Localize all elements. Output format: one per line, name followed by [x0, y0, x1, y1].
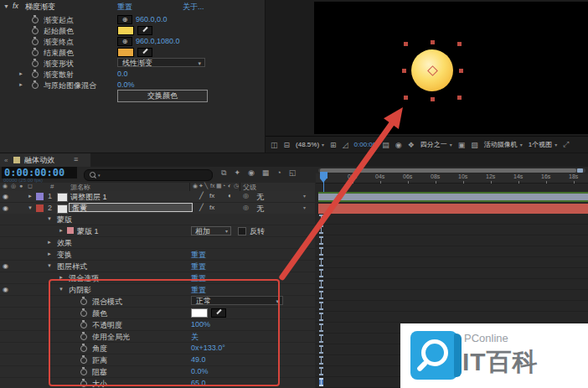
twirl-right-icon[interactable]: ►	[18, 82, 23, 87]
stopwatch-icon[interactable]	[32, 71, 39, 78]
composition-tab[interactable]: « 融体动效 ≡	[0, 153, 90, 167]
camera-select[interactable]: 活动摄像机	[484, 140, 518, 149]
magnification-select[interactable]: (48.5%)	[296, 141, 319, 148]
shy-icon[interactable]: ◉	[193, 183, 198, 189]
region-of-interest-icon[interactable]: ▣	[458, 141, 466, 149]
solo-icon[interactable]: ●	[19, 183, 23, 189]
time-navigator-end-handle[interactable]	[577, 168, 583, 173]
mask-mode-select[interactable]: 相加▾	[191, 226, 231, 235]
stopwatch-icon[interactable]	[32, 39, 39, 45]
reset-link[interactable]: 重置	[191, 261, 206, 272]
video-eye-icon[interactable]: ◉	[3, 204, 8, 212]
twirl-icon[interactable]: ►	[47, 251, 52, 256]
time-marker[interactable]	[319, 236, 323, 245]
video-eye-icon[interactable]: ◉	[3, 193, 8, 200]
color-swatch[interactable]	[117, 26, 134, 35]
tab-back-icon[interactable]: «	[4, 157, 8, 164]
ramp-shape-select[interactable]: 线性渐变▾	[117, 58, 205, 67]
fx-badge[interactable]: fx	[209, 192, 214, 199]
selected-shape[interactable]	[397, 35, 467, 106]
reset-link[interactable]: 重置	[191, 250, 206, 261]
quality-icon[interactable]: ╱	[199, 192, 204, 199]
time-marker[interactable]	[319, 378, 323, 386]
fx-icon[interactable]: fx	[210, 183, 214, 189]
parent-pickwhip-icon[interactable]: ◎	[243, 204, 249, 211]
show-channel-icon[interactable]: ❖	[408, 141, 415, 149]
property-value[interactable]: 960.0,1080.0	[136, 37, 180, 45]
property-row-图层样式[interactable]: ◉▼图层样式重置	[0, 261, 315, 272]
column-number[interactable]: #	[50, 183, 54, 190]
color-swatch[interactable]	[117, 48, 134, 57]
layer-bar-2[interactable]	[318, 204, 588, 214]
primary-viewer-icon[interactable]: ⊟	[284, 141, 291, 149]
time-marker[interactable]	[319, 334, 323, 343]
snapshot-icon[interactable]: ▤	[382, 141, 389, 149]
visibility-eye-icon[interactable]: ◉	[3, 286, 8, 293]
property-value[interactable]: 960.0,0.0	[136, 15, 168, 23]
property-row-效果[interactable]: ►效果	[0, 237, 315, 249]
mask-handle[interactable]	[404, 42, 408, 46]
layer-bar-1[interactable]	[318, 192, 588, 202]
motion-blur-icon[interactable]: ◔	[222, 183, 225, 189]
effect-point-icon[interactable]: ⊕	[117, 15, 132, 24]
time-marker[interactable]	[319, 291, 323, 299]
mask-handle[interactable]	[457, 42, 462, 46]
transparency-grid-icon[interactable]: ▨	[471, 141, 478, 149]
layer-name-edit-field[interactable]: 蛋黄	[69, 203, 193, 212]
layer-name[interactable]: 调整图层 1	[70, 192, 107, 203]
grid-guides-icon[interactable]: ⊞	[330, 141, 337, 149]
twirl-down-icon[interactable]: ▼	[28, 205, 33, 210]
stopwatch-icon[interactable]	[32, 60, 39, 67]
motion-blur-icon[interactable]: ◔	[276, 168, 281, 178]
parent-pickwhip-icon[interactable]: ◎	[243, 192, 249, 199]
layer-row-2[interactable]: ◉ ▼ 2 蛋黄 ╱ fx ◎ 无 ▾	[0, 203, 315, 215]
label-color-chip[interactable]	[36, 204, 44, 212]
eyedropper-icon[interactable]	[137, 48, 152, 57]
comp-mini-flowchart-icon[interactable]: ⧉	[221, 168, 226, 178]
time-marker[interactable]	[319, 345, 323, 354]
property-value[interactable]: 0.0	[117, 70, 128, 78]
always-preview-icon[interactable]: ◫	[271, 141, 278, 149]
twirl-icon[interactable]: ►	[47, 240, 52, 245]
time-marker[interactable]	[319, 356, 323, 365]
time-marker[interactable]	[319, 280, 323, 288]
draft-3d-icon[interactable]: ✦	[234, 168, 240, 178]
resolution-select[interactable]: 四分之一	[420, 140, 447, 149]
time-marker[interactable]	[319, 323, 323, 332]
view-layout-select[interactable]: 1个视图	[529, 140, 552, 149]
collapse-icon[interactable]: ✦	[199, 183, 204, 189]
twirl-icon[interactable]: ▼	[47, 263, 52, 268]
expand-icon[interactable]: ⤢	[563, 140, 569, 149]
mask-handle[interactable]	[431, 97, 435, 101]
adjustment-layer-icon[interactable]: ◐	[228, 192, 232, 199]
lock-icon[interactable]: ◻	[28, 183, 33, 189]
quality-icon[interactable]: ╱	[199, 204, 204, 211]
time-marker[interactable]	[319, 269, 323, 277]
frame-blend-icon[interactable]: ▦	[262, 168, 270, 178]
visibility-eye-icon[interactable]: ◉	[3, 262, 8, 270]
current-timecode[interactable]: 0:00:00:00	[2, 167, 77, 178]
mask-handle[interactable]	[459, 69, 463, 73]
time-marker[interactable]	[319, 313, 323, 321]
hide-shy-layers-icon[interactable]: ◉	[248, 168, 255, 178]
reset-link[interactable]: 重置	[117, 2, 132, 13]
adjustment-icon[interactable]: ◐	[228, 183, 231, 189]
twirl-right-icon[interactable]: ►	[28, 194, 33, 199]
effect-point-icon[interactable]: ⊕	[117, 37, 132, 46]
twirl-down-icon[interactable]: ▼	[3, 3, 9, 9]
mask-handle[interactable]	[404, 96, 408, 100]
property-row-蒙版[interactable]: ▼蒙版	[0, 214, 315, 225]
twirl-icon[interactable]: ▼	[47, 216, 52, 221]
layer-row-1[interactable]: ◉ ► 1 调整图层 1 ╱ fx ◐ ◎ 无 ▾	[0, 191, 315, 203]
fx-badge[interactable]: fx	[209, 204, 214, 211]
audio-icon[interactable]: ◎	[11, 183, 16, 189]
time-marker[interactable]	[319, 367, 323, 375]
twirl-icon[interactable]: ►	[59, 228, 64, 233]
mask-handle[interactable]	[431, 40, 435, 44]
show-snapshot-icon[interactable]: ◉	[395, 141, 402, 149]
property-row-蒙版 1[interactable]: ►蒙版 1相加▾反转	[0, 225, 315, 237]
property-row-变换[interactable]: ►变换重置	[0, 249, 315, 261]
stopwatch-icon[interactable]	[32, 17, 39, 23]
stopwatch-icon[interactable]	[32, 28, 39, 34]
mask-visibility-icon[interactable]: ◿	[343, 141, 348, 149]
